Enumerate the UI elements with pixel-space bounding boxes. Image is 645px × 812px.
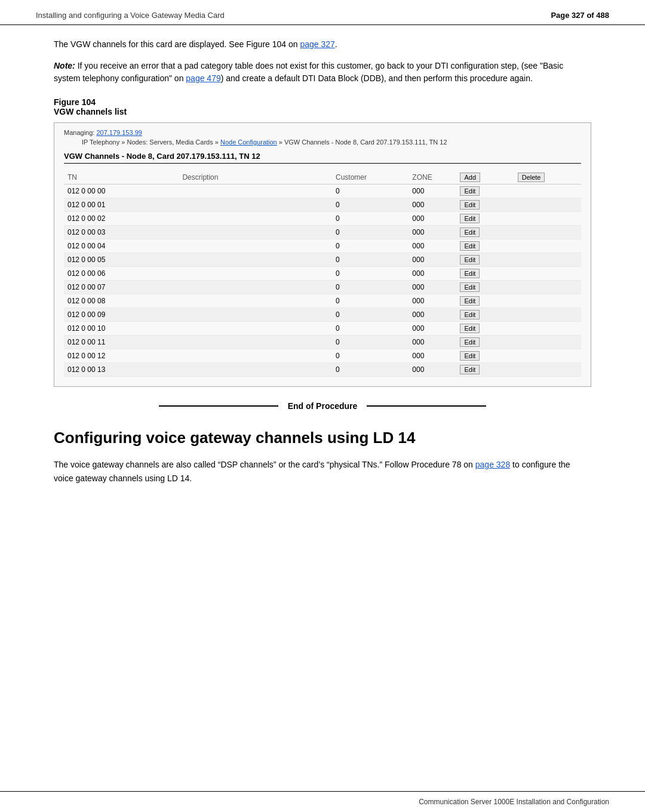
edit-button[interactable]: Edit [460, 310, 480, 319]
cell-desc [179, 184, 332, 198]
managing-bar: Managing: 207.179.153.99 [64, 129, 581, 136]
cell-empty [514, 226, 581, 239]
cell-zone: 000 [408, 253, 456, 267]
note-label: Note: [54, 61, 75, 70]
cell-desc [179, 294, 332, 308]
page-number: Page 327 of 488 [551, 11, 609, 20]
table-row: 012 0 00 07 0 000 Edit [64, 281, 581, 294]
cell-customer: 0 [332, 239, 408, 253]
figure-label: Figure 104 [54, 97, 591, 107]
cell-tn: 012 0 00 09 [64, 308, 179, 322]
cell-edit: Edit [456, 226, 514, 239]
section2-heading: Configuring voice gateway channels using… [54, 429, 591, 447]
table-row: 012 0 00 11 0 000 Edit [64, 336, 581, 349]
cell-desc [179, 349, 332, 363]
cell-zone: 000 [408, 281, 456, 294]
table-row: 012 0 00 03 0 000 Edit [64, 226, 581, 239]
edit-button[interactable]: Edit [460, 269, 480, 278]
page-footer: Communication Server 1000E Installation … [0, 791, 645, 812]
cell-zone: 000 [408, 308, 456, 322]
edit-button[interactable]: Edit [460, 351, 480, 361]
cell-desc [179, 267, 332, 281]
edit-button[interactable]: Edit [460, 255, 480, 264]
cell-zone: 000 [408, 212, 456, 226]
cell-edit: Edit [456, 336, 514, 349]
edit-button[interactable]: Edit [460, 227, 480, 237]
th-add: Add [456, 171, 514, 184]
cell-desc [179, 253, 332, 267]
edit-button[interactable]: Edit [460, 241, 480, 251]
cell-customer: 0 [332, 336, 408, 349]
end-procedure: End of Procedure [54, 401, 591, 411]
cell-zone: 000 [408, 239, 456, 253]
cell-tn: 012 0 00 01 [64, 198, 179, 212]
edit-button[interactable]: Edit [460, 214, 480, 223]
edit-button[interactable]: Edit [460, 282, 480, 292]
intro-link[interactable]: page 327 [300, 39, 334, 49]
cell-edit: Edit [456, 239, 514, 253]
bc-node-config-link[interactable]: Node Configuration [220, 139, 277, 146]
cell-desc [179, 212, 332, 226]
edit-button[interactable]: Edit [460, 296, 480, 306]
cell-zone: 000 [408, 198, 456, 212]
cell-empty [514, 267, 581, 281]
cell-empty [514, 349, 581, 363]
table-row: 012 0 00 12 0 000 Edit [64, 349, 581, 363]
page-container: Installing and configuring a Voice Gatew… [0, 0, 645, 812]
section2-body: The voice gateway channels are also call… [54, 458, 591, 485]
vgw-section-title: VGW Channels - Node 8, Card 207.179.153.… [64, 152, 581, 164]
managing-label: Managing: [64, 129, 94, 136]
table-row: 012 0 00 06 0 000 Edit [64, 267, 581, 281]
table-row: 012 0 00 02 0 000 Edit [64, 212, 581, 226]
table-row: 012 0 00 09 0 000 Edit [64, 308, 581, 322]
edit-button[interactable]: Edit [460, 365, 480, 374]
edit-button[interactable]: Edit [460, 337, 480, 347]
cell-tn: 012 0 00 10 [64, 322, 179, 336]
edit-button[interactable]: Edit [460, 200, 480, 210]
cell-edit: Edit [456, 198, 514, 212]
delete-button[interactable]: Delete [518, 173, 545, 182]
vgw-breadcrumb: IP Telephony » Nodes: Servers, Media Car… [64, 139, 581, 146]
cell-empty [514, 198, 581, 212]
cell-empty [514, 281, 581, 294]
cell-customer: 0 [332, 281, 408, 294]
vgw-ui-box: Managing: 207.179.153.99 IP Telephony » … [54, 122, 591, 387]
cell-tn: 012 0 00 04 [64, 239, 179, 253]
page-header: Installing and configuring a Voice Gatew… [0, 0, 645, 25]
cell-empty [514, 294, 581, 308]
add-button[interactable]: Add [460, 173, 480, 182]
cell-empty [514, 253, 581, 267]
cell-customer: 0 [332, 267, 408, 281]
cell-edit: Edit [456, 294, 514, 308]
section2-link[interactable]: page 328 [475, 460, 510, 469]
intro-period: . [335, 39, 337, 49]
cell-tn: 012 0 00 13 [64, 363, 179, 377]
cell-empty [514, 363, 581, 377]
cell-customer: 0 [332, 363, 408, 377]
note-link[interactable]: page 479 [186, 73, 220, 83]
cell-edit: Edit [456, 212, 514, 226]
th-customer: Customer [332, 171, 408, 184]
end-procedure-text: End of Procedure [288, 401, 358, 411]
cell-empty [514, 322, 581, 336]
vgw-channels-table: TN Description Customer ZONE Add Delete [64, 171, 581, 377]
cell-empty [514, 239, 581, 253]
cell-customer: 0 [332, 184, 408, 198]
cell-desc [179, 281, 332, 294]
table-row: 012 0 00 00 0 000 Edit [64, 184, 581, 198]
cell-edit: Edit [456, 253, 514, 267]
cell-customer: 0 [332, 226, 408, 239]
cell-edit: Edit [456, 267, 514, 281]
cell-tn: 012 0 00 02 [64, 212, 179, 226]
th-tn: TN [64, 171, 179, 184]
managing-ip[interactable]: 207.179.153.99 [96, 129, 142, 136]
cell-edit: Edit [456, 349, 514, 363]
cell-customer: 0 [332, 308, 408, 322]
edit-button[interactable]: Edit [460, 324, 480, 333]
ep-line-right [367, 405, 486, 407]
cell-desc [179, 198, 332, 212]
cell-tn: 012 0 00 08 [64, 294, 179, 308]
edit-button[interactable]: Edit [460, 186, 480, 196]
cell-tn: 012 0 00 03 [64, 226, 179, 239]
intro-text: The VGW channels for this card are displ… [54, 39, 300, 49]
